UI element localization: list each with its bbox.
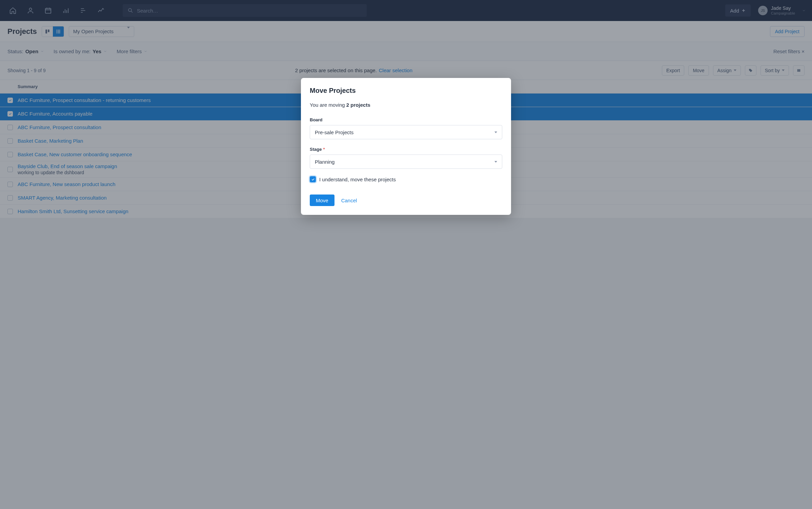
chevron-down-icon [494, 131, 497, 133]
stage-value: Planning [315, 159, 334, 165]
move-projects-modal: Move Projects You are moving 2 projects … [301, 78, 511, 215]
modal-title: Move Projects [310, 87, 502, 95]
confirm-row: I understand, move these projects [310, 176, 502, 182]
board-label: Board [310, 117, 502, 122]
confirm-checkbox[interactable] [310, 176, 316, 182]
stage-select[interactable]: Planning [310, 155, 502, 169]
board-value: Pre-sale Projects [315, 129, 353, 135]
check-icon [311, 178, 315, 181]
modal-message: You are moving 2 projects [310, 102, 502, 108]
chevron-down-icon [494, 161, 497, 163]
modal-actions: Move Cancel [310, 195, 502, 206]
modal-move-button[interactable]: Move [310, 195, 334, 206]
board-select[interactable]: Pre-sale Projects [310, 125, 502, 139]
modal-overlay[interactable]: Move Projects You are moving 2 projects … [0, 0, 812, 509]
stage-label: Stage * [310, 147, 502, 152]
modal-cancel-button[interactable]: Cancel [341, 198, 357, 203]
confirm-text: I understand, move these projects [319, 177, 396, 182]
